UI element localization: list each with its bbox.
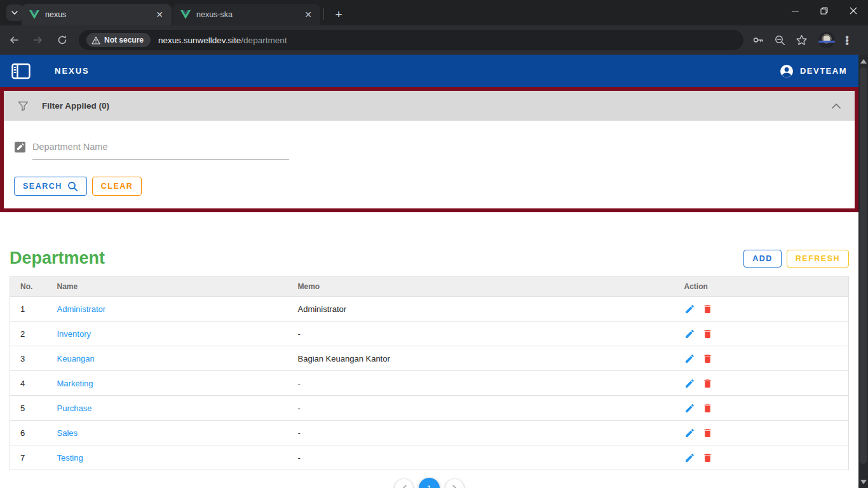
- filter-title: Filter Applied (0): [42, 101, 109, 111]
- department-link[interactable]: Inventory: [57, 329, 91, 339]
- edit-icon[interactable]: [684, 428, 695, 438]
- table-row: 4Marketing-: [10, 371, 849, 396]
- cell-name: Sales: [47, 421, 288, 445]
- cell-no: 4: [10, 371, 47, 396]
- scroll-up-button[interactable]: [858, 56, 868, 66]
- user-menu[interactable]: DEVTEAM: [779, 64, 847, 79]
- delete-icon[interactable]: [702, 353, 713, 364]
- not-secure-badge[interactable]: Not secure: [86, 33, 151, 47]
- department-link[interactable]: Testing: [57, 453, 83, 463]
- window-controls: [780, 0, 868, 22]
- delete-icon[interactable]: [702, 452, 713, 463]
- cell-action: [674, 421, 849, 445]
- cell-no: 6: [10, 421, 47, 445]
- address-bar[interactable]: Not secure nexus.sunwelldev.site/departm…: [79, 30, 743, 50]
- tab-nexus-ska[interactable]: nexus-ska ✕: [173, 4, 320, 25]
- url-path: /department: [241, 36, 287, 45]
- minimize-button[interactable]: [780, 0, 810, 22]
- tab-nexus[interactable]: nexus ✕: [22, 4, 172, 25]
- edit-icon[interactable]: [684, 329, 695, 339]
- filter-funnel-icon: [18, 101, 29, 111]
- filter-panel-header[interactable]: Filter Applied (0): [4, 91, 855, 121]
- delete-icon[interactable]: [702, 378, 713, 389]
- edit-icon[interactable]: [684, 452, 695, 463]
- row-actions: [684, 353, 849, 364]
- main-content: Department ADD REFRESH No. Name Memo Act…: [0, 248, 858, 488]
- kebab-menu-icon: •••: [841, 36, 853, 45]
- tab-close-icon[interactable]: ✕: [154, 9, 165, 20]
- table-body: 1AdministratorAdministrator 2Inventory- …: [10, 297, 849, 470]
- cell-no: 1: [10, 297, 47, 322]
- col-name: Name: [47, 277, 288, 297]
- cell-name: Purchase: [47, 396, 288, 421]
- page-title: Department: [10, 248, 105, 268]
- delete-icon[interactable]: [702, 304, 713, 315]
- sidebar-toggle-button[interactable]: [11, 63, 31, 79]
- table-row: 1AdministratorAdministrator: [10, 297, 849, 322]
- new-tab-button[interactable]: +: [330, 6, 347, 23]
- next-page-button[interactable]: [445, 479, 464, 488]
- reload-button[interactable]: [52, 30, 72, 50]
- clear-button[interactable]: CLEAR: [92, 177, 142, 196]
- row-actions: [684, 304, 849, 315]
- row-actions: [684, 378, 849, 389]
- table-row: 2Inventory-: [10, 322, 849, 346]
- not-secure-label: Not secure: [104, 36, 144, 44]
- collapse-chevron-icon[interactable]: [832, 103, 841, 109]
- prev-page-button[interactable]: [395, 479, 413, 488]
- cell-action: [674, 445, 849, 470]
- tab-title: nexus-ska: [196, 10, 302, 19]
- cell-memo: -: [288, 396, 674, 421]
- add-button[interactable]: ADD: [743, 250, 782, 268]
- table-row: 7Testing-: [10, 445, 849, 470]
- delete-icon[interactable]: [702, 329, 713, 339]
- clear-button-label: CLEAR: [101, 182, 133, 191]
- delete-icon[interactable]: [702, 428, 713, 438]
- tab-close-icon[interactable]: ✕: [302, 9, 314, 20]
- department-link[interactable]: Sales: [57, 428, 78, 438]
- page-1-button[interactable]: 1: [419, 478, 440, 488]
- key-icon: [752, 34, 764, 46]
- star-icon: [796, 34, 808, 46]
- scrollbar-thumb[interactable]: [860, 67, 867, 464]
- reload-icon: [57, 34, 68, 46]
- edit-icon[interactable]: [684, 378, 695, 389]
- search-button[interactable]: SEARCH: [14, 177, 87, 196]
- page-scrollbar[interactable]: [858, 55, 868, 488]
- back-button[interactable]: [4, 30, 24, 50]
- vue-favicon: [29, 10, 39, 19]
- edit-icon[interactable]: [684, 304, 695, 315]
- edit-icon[interactable]: [684, 353, 695, 364]
- department-link[interactable]: Marketing: [57, 379, 93, 388]
- profile-avatar[interactable]: [818, 32, 835, 48]
- cell-action: [674, 371, 849, 396]
- password-manager-button[interactable]: [749, 30, 768, 50]
- edit-icon[interactable]: [684, 403, 695, 414]
- delete-icon[interactable]: [702, 403, 713, 414]
- browser-window: nexus ✕ nexus-ska ✕ +: [0, 0, 868, 488]
- department-link[interactable]: Keuangan: [57, 354, 95, 363]
- filter-panel: Filter Applied (0) SEARCH: [0, 87, 858, 212]
- cell-no: 5: [10, 396, 47, 421]
- tab-divider: [323, 8, 324, 20]
- cell-no: 7: [10, 445, 47, 470]
- browser-menu-button[interactable]: •••: [837, 30, 857, 50]
- department-name-input[interactable]: [32, 142, 289, 152]
- restore-button[interactable]: [810, 0, 839, 22]
- department-name-field[interactable]: [32, 141, 289, 160]
- col-no: No.: [10, 277, 47, 297]
- department-link[interactable]: Purchase: [57, 403, 92, 413]
- close-window-button[interactable]: [839, 0, 868, 22]
- tab-search-button[interactable]: [6, 4, 23, 21]
- tab-strip: nexus ✕ nexus-ska ✕ +: [0, 0, 868, 25]
- zoom-button[interactable]: [770, 30, 789, 50]
- cell-name: Keuangan: [47, 346, 288, 371]
- bookmark-button[interactable]: [792, 30, 811, 50]
- chevron-left-icon: [402, 485, 407, 488]
- zoom-out-icon: [774, 34, 786, 46]
- forward-button[interactable]: [28, 30, 48, 50]
- department-link[interactable]: Administrator: [57, 304, 106, 314]
- scroll-down-button[interactable]: [858, 477, 868, 487]
- pagination: 1: [10, 478, 849, 488]
- refresh-button[interactable]: REFRESH: [787, 250, 849, 268]
